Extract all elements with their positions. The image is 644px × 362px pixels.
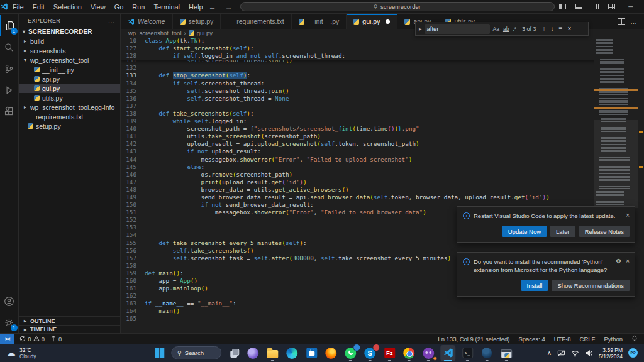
activity-explorer[interactable]: 1	[0, 15, 19, 36]
file-explorer-icon[interactable]	[265, 345, 280, 361]
microsoft-store-icon[interactable]	[304, 345, 319, 361]
minimize-button[interactable]: ─	[620, 0, 641, 14]
match-case-icon[interactable]: Aa	[492, 26, 500, 32]
tree-item-wp-screenshot-tool[interactable]: ▾wp_screenshot_tool	[19, 55, 120, 65]
tree-item-requirements-txt[interactable]: requirements.txt	[19, 112, 120, 121]
remote-indicator[interactable]: ><	[0, 334, 14, 344]
find-in-selection-icon[interactable]: ≡	[558, 25, 564, 32]
taskbar-clock[interactable]: 3:59 PM 5/12/2024	[599, 347, 623, 359]
menu-edit[interactable]: Edit	[28, 0, 49, 14]
vscode-file-icon	[128, 18, 135, 25]
account-icon[interactable]	[0, 290, 19, 312]
volume-icon[interactable]	[585, 349, 593, 357]
status-python[interactable]: Python	[604, 336, 623, 343]
menu-help[interactable]: Help	[184, 0, 208, 14]
toggle-sidebar-icon[interactable]	[555, 0, 571, 14]
status-spaces[interactable]: Spaces: 4	[518, 336, 545, 343]
app-dark-icon[interactable]	[479, 345, 494, 361]
firefox-icon[interactable]	[323, 345, 338, 361]
status-ln-133-col-9-21-selected[interactable]: Ln 133, Col 9 (21 selected)	[438, 336, 509, 343]
chevron-right-icon: ▸	[23, 327, 28, 332]
taskbar-search[interactable]: ⚲ Search	[171, 346, 221, 359]
tray-display-icon[interactable]	[557, 349, 565, 357]
install-button[interactable]: Install	[521, 280, 548, 291]
notification-close-icon[interactable]: ×	[626, 212, 630, 219]
wifi-icon[interactable]	[571, 349, 579, 357]
menu-selection[interactable]: Selection	[49, 0, 86, 14]
settings-gear-icon[interactable]: 1	[0, 312, 19, 333]
activity-extensions[interactable]	[0, 101, 19, 122]
activity-source-control[interactable]	[0, 58, 19, 79]
start-button[interactable]	[152, 345, 167, 361]
nav-forward-icon[interactable]: →	[224, 3, 234, 11]
tab-requirements-txt[interactable]: requirements.txt	[221, 14, 291, 29]
tab-init-py[interactable]: __init__.py	[292, 14, 347, 29]
edge-browser-icon[interactable]	[284, 345, 299, 361]
problems-indicator[interactable]: 0 0	[19, 336, 45, 343]
toggle-replace-icon[interactable]: ▸	[419, 26, 422, 32]
find-input[interactable]: after	[425, 24, 490, 34]
filezilla-icon[interactable]: Fz	[382, 345, 397, 361]
tree-item-wp-screenshot-tool-egg-info[interactable]: ▸wp_screenshot_tool.egg-info	[19, 102, 120, 112]
breadcrumb-folder[interactable]: wp_screenshot_tool	[128, 30, 182, 36]
release-notes-button[interactable]: Release Notes	[579, 226, 630, 237]
maximize-button[interactable]: □	[641, 0, 644, 14]
activity-search[interactable]	[0, 36, 19, 58]
tab-gui-py[interactable]: gui.py	[347, 14, 397, 29]
tree-item-utils-py[interactable]: utils.py	[19, 93, 120, 102]
outline-panel[interactable]: ▸ OUTLINE	[19, 317, 120, 325]
menu-terminal[interactable]: Terminal	[150, 0, 185, 14]
skype-icon[interactable]: S	[362, 345, 377, 361]
explorer-more-icon[interactable]: …	[108, 17, 115, 25]
task-view-button[interactable]	[226, 345, 241, 361]
menu-view[interactable]: View	[86, 0, 110, 14]
tree-item-init-py[interactable]: __init__.py	[19, 65, 120, 74]
next-match-icon[interactable]: ↓	[550, 25, 555, 32]
chrome-icon[interactable]	[401, 345, 416, 361]
previous-match-icon[interactable]: ↑	[541, 25, 547, 32]
menu-go[interactable]: Go	[110, 0, 128, 14]
tree-item-setup-py[interactable]: setup.py	[19, 121, 120, 131]
ports-indicator[interactable]: 0	[50, 336, 62, 343]
whatsapp-icon[interactable]	[343, 345, 358, 361]
customize-layout-icon[interactable]	[604, 0, 620, 14]
show-recommendations-button[interactable]: Show Recommendations	[552, 280, 630, 291]
minimap-slider[interactable]	[594, 120, 638, 208]
command-center-search[interactable]: ⚲ screenrecorder	[240, 2, 555, 11]
status-utf-8[interactable]: UTF-8	[554, 336, 571, 343]
tree-item-build[interactable]: ▸build	[19, 36, 120, 46]
nav-back-icon[interactable]: ←	[208, 3, 218, 11]
vscode-taskbar-icon[interactable]	[440, 345, 455, 361]
tab-welcome[interactable]: Welcome	[121, 14, 173, 29]
regex-icon[interactable]: .*	[512, 26, 517, 32]
terminal-icon[interactable]: >_	[460, 345, 475, 361]
tree-item-screenshots[interactable]: ▸screenshots	[19, 46, 120, 55]
notification-count-badge[interactable]: 22	[628, 348, 638, 358]
python-window-icon[interactable]	[499, 345, 514, 361]
app-violet-icon[interactable]	[245, 345, 260, 361]
toggle-secondary-sidebar-icon[interactable]	[587, 0, 604, 14]
split-editor-icon[interactable]	[618, 18, 625, 25]
tray-chevron-up-icon[interactable]: ∧	[547, 349, 552, 356]
tab-setup-py[interactable]: setup.py	[173, 14, 221, 29]
menu-run[interactable]: Run	[128, 0, 149, 14]
timeline-panel[interactable]: ▸ TIMELINE	[19, 325, 120, 333]
breadcrumb-file[interactable]: gui.py	[197, 30, 213, 36]
update-now-button[interactable]: Update Now	[502, 226, 547, 237]
notification-settings-gear-icon[interactable]: ⚙	[616, 258, 621, 265]
menu-file[interactable]: File	[8, 0, 28, 14]
workspace-root[interactable]: ▾ SCREENRECORDER	[19, 27, 120, 36]
notifications-bell-icon[interactable]	[631, 335, 638, 343]
status-crlf[interactable]: CRLF	[580, 336, 596, 343]
close-find-icon[interactable]: ×	[566, 25, 572, 32]
later-button[interactable]: Later	[550, 226, 575, 237]
tree-item-api-py[interactable]: api.py	[19, 74, 120, 84]
tree-item-gui-py[interactable]: gui.py	[19, 84, 120, 93]
whole-word-icon[interactable]: ab	[502, 26, 509, 32]
editor-more-actions-icon[interactable]: …	[630, 18, 638, 25]
taskbar-weather[interactable]: ☁ 32°C Cloudy	[0, 347, 36, 359]
app-monkey-icon[interactable]	[421, 345, 436, 361]
activity-run-debug[interactable]	[0, 79, 19, 101]
notification-close-icon[interactable]: ×	[626, 258, 630, 265]
toggle-panel-icon[interactable]	[571, 0, 587, 14]
